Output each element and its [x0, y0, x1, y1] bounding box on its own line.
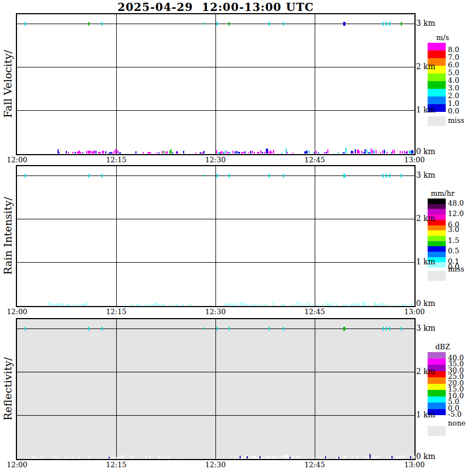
colorbar-tick-label: 8.0 [448, 46, 459, 54]
colorbar-block [428, 377, 446, 384]
echo-surface-mark [36, 457, 37, 458]
echo-surface-mark [313, 457, 314, 458]
echo-surface-mark [59, 457, 60, 458]
echo-surface-mark [235, 456, 236, 458]
echo-surface-mark [248, 152, 249, 154]
echo-surface-mark [380, 457, 381, 458]
echo-surface-mark [145, 457, 147, 458]
colorbar-missing-label: none [448, 419, 465, 427]
echo-top-mark [217, 174, 218, 178]
echo-surface-mark [316, 151, 317, 154]
echo-surface-mark [366, 150, 367, 154]
echo-surface-mark [129, 457, 130, 458]
km-label: 3 km [416, 171, 435, 179]
echo-top-mark [229, 174, 230, 178]
echo-surface-mark [380, 152, 381, 154]
echo-surface-mark [68, 152, 69, 154]
echo-surface-mark [373, 150, 374, 154]
x-tick-label: 12:15 [101, 461, 132, 469]
echo-spike-mark [325, 456, 326, 458]
grid-line-vertical [215, 14, 216, 154]
echo-surface-mark [345, 303, 346, 305]
grid-line-vertical [315, 319, 315, 459]
echo-surface-mark [139, 304, 141, 305]
echo-surface-mark [64, 457, 66, 458]
echo-surface-mark [113, 455, 115, 458]
grid-line-vertical [116, 319, 117, 459]
echo-surface-mark [324, 152, 325, 154]
echo-top-mark [203, 327, 204, 330]
echo-top-mark [229, 327, 230, 331]
echo-top-mark [101, 327, 103, 331]
echo-spike-mark [240, 456, 241, 458]
echo-surface-mark [295, 304, 296, 305]
echo-spike-mark [338, 457, 339, 458]
echo-surface-mark [232, 151, 234, 154]
echo-surface-mark [404, 455, 405, 458]
echo-surface-mark [257, 304, 259, 305]
km-label: 3 km [416, 19, 435, 27]
echo-surface-mark [52, 457, 53, 458]
echo-surface-mark [166, 151, 168, 154]
echo-top-mark [101, 174, 103, 178]
echo-surface-mark [150, 455, 151, 458]
echo-spike-mark [362, 301, 363, 305]
echo-surface-mark [243, 152, 244, 154]
echo-surface-mark [82, 152, 83, 154]
echo-top-mark [25, 22, 26, 26]
x-tick-label: 12:45 [299, 461, 330, 469]
echo-surface-mark [86, 151, 87, 154]
echo-surface-mark [365, 456, 366, 458]
echo-top-mark [386, 22, 387, 26]
echo-surface-mark [402, 456, 403, 458]
echo-surface-mark [306, 150, 308, 154]
echo-surface-mark [346, 304, 348, 305]
echo-surface-mark [377, 456, 378, 458]
echo-surface-mark [273, 150, 274, 154]
x-tick-label: 13:00 [399, 156, 430, 164]
echo-surface-mark [41, 457, 42, 458]
echo-surface-mark [329, 304, 330, 305]
echo-surface-mark [156, 152, 157, 154]
echo-surface-mark [244, 456, 245, 458]
echo-top-mark [269, 22, 270, 26]
echo-top-mark [88, 174, 89, 178]
echo-top-mark [217, 22, 218, 26]
echo-spike-mark [247, 456, 248, 458]
echo-surface-mark [229, 152, 230, 154]
echo-surface-mark [149, 152, 151, 154]
colorbar-missing-label: miss [448, 116, 464, 124]
echo-surface-mark [380, 303, 382, 305]
echo-top-mark [88, 22, 89, 26]
echo-surface-mark [164, 304, 165, 305]
echo-surface-mark [322, 304, 323, 305]
grid-line-vertical [215, 319, 216, 459]
echo-surface-mark [168, 304, 169, 305]
echo-surface-mark [260, 150, 262, 154]
grid-line-vertical [215, 166, 216, 306]
echo-surface-mark [315, 457, 316, 458]
colorbar-title-mmhr: mm/hr [428, 189, 458, 197]
colorbar-tick-label: 0.5 [448, 247, 459, 255]
echo-surface-mark [184, 304, 185, 305]
km-label: 1 km [416, 105, 435, 114]
colorbar-tick-label: 4.0 [448, 76, 459, 84]
echo-surface-mark [245, 151, 246, 154]
echo-surface-mark [251, 304, 252, 305]
ylabel-rain-intensity: Rain Intensity/ [2, 197, 14, 275]
echo-surface-mark [396, 457, 397, 458]
echo-top-mark [389, 327, 390, 331]
ylabel-fall-velocity: Fall Velocity/ [2, 50, 14, 118]
echo-surface-mark [225, 150, 226, 154]
echo-surface-mark [318, 304, 319, 305]
colorbar-block [428, 390, 446, 396]
echo-surface-mark [404, 151, 405, 154]
echo-surface-mark [312, 304, 314, 305]
echo-top-mark [269, 327, 270, 331]
km-label: 0 km [416, 299, 435, 308]
echo-surface-mark [175, 304, 178, 305]
echo-surface-mark [115, 149, 116, 154]
echo-surface-mark [203, 151, 204, 154]
x-tick-label: 12:15 [101, 156, 132, 164]
echo-surface-mark [43, 456, 44, 458]
